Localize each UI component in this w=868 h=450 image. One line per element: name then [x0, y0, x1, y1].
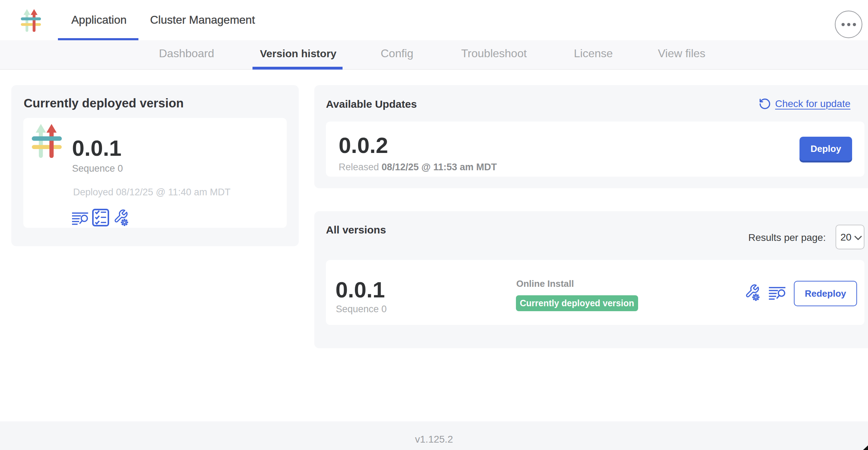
- ellipsis-dot: [842, 23, 845, 26]
- row-install-type: Online Install: [516, 279, 574, 288]
- refresh-icon: [759, 98, 771, 110]
- console-version: v1.125.2: [0, 434, 868, 444]
- currently-deployed-badge: Currently deployed version: [516, 295, 638, 311]
- check-for-update-label: Check for update: [775, 99, 850, 109]
- deployed-sequence: Sequence 0: [72, 164, 123, 173]
- available-update-card: 0.0.2 Released 08/12/25 @ 11:53 am MDT D…: [326, 122, 864, 177]
- row-logs-icon[interactable]: [769, 286, 786, 300]
- logs-icon[interactable]: [72, 212, 88, 225]
- deployed-version-number: 0.0.1: [72, 137, 121, 159]
- deploy-button[interactable]: Deploy: [799, 137, 852, 161]
- top-header: Application Cluster Management: [0, 0, 868, 40]
- app-logo-icon: [21, 9, 41, 32]
- app-logo-icon-large: [32, 124, 62, 158]
- all-versions-heading: All versions: [326, 225, 386, 235]
- subnav-item-dashboard[interactable]: Dashboard: [159, 48, 214, 59]
- ellipsis-dot: [847, 23, 850, 26]
- results-per-page-value: 20: [840, 232, 851, 242]
- subnav-item-view-files[interactable]: View files: [658, 48, 706, 59]
- subnav-item-config[interactable]: Config: [381, 48, 414, 59]
- results-per-page-label: Results per page:: [748, 233, 826, 243]
- redeploy-button[interactable]: Redeploy: [794, 281, 857, 306]
- subnav-item-troubleshoot[interactable]: Troubleshoot: [461, 48, 527, 59]
- released-date: 08/12/25 @ 11:53 am MDT: [382, 162, 497, 172]
- version-row: 0.0.1 Sequence 0 Online Install Currentl…: [326, 260, 864, 325]
- ellipsis-dot: [853, 23, 856, 26]
- deployed-timestamp: Deployed 08/12/25 @ 11:40 am MDT: [73, 188, 231, 197]
- deployed-version-card: 0.0.1 Sequence 0 Deployed 08/12/25 @ 11:…: [23, 118, 287, 228]
- update-version-number: 0.0.2: [339, 134, 388, 156]
- available-updates-heading: Available Updates: [326, 99, 417, 109]
- deployed-prefix: Deployed: [73, 187, 113, 197]
- subnav-item-license[interactable]: License: [574, 48, 613, 59]
- app-subnav: Dashboard Version history Config Trouble…: [0, 40, 868, 70]
- update-released-timestamp: Released 08/12/25 @ 11:53 am MDT: [339, 162, 497, 172]
- version-history-page: Application Cluster Management Dashboard…: [0, 0, 868, 450]
- tab-application[interactable]: Application: [71, 14, 127, 25]
- subnav-item-version-history[interactable]: Version history: [260, 48, 337, 59]
- deployed-date: 08/12/25 @ 11:40 am MDT: [116, 187, 231, 197]
- subnav-active-underline: [252, 67, 343, 70]
- currently-deployed-heading: Currently deployed version: [24, 97, 184, 109]
- row-version-number: 0.0.1: [335, 279, 385, 301]
- preflight-checks-icon[interactable]: [92, 209, 109, 226]
- results-per-page-select[interactable]: 20: [836, 225, 864, 249]
- row-config-icon[interactable]: [745, 284, 760, 301]
- released-prefix: Released: [339, 162, 379, 172]
- ellipsis-menu-button[interactable]: [835, 11, 862, 38]
- chevron-down-icon: [854, 236, 862, 241]
- tab-cluster-management[interactable]: Cluster Management: [150, 14, 255, 25]
- row-sequence: Sequence 0: [336, 304, 387, 314]
- page-footer: v1.125.2: [0, 421, 868, 450]
- config-icon[interactable]: [113, 209, 128, 226]
- check-for-update-link[interactable]: Check for update: [759, 97, 850, 110]
